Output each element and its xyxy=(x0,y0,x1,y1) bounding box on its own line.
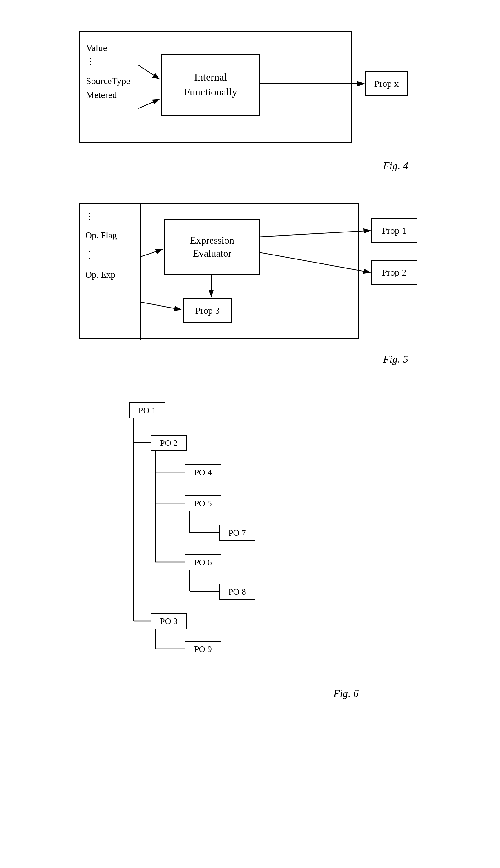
fig4-title: Fig. 4 xyxy=(79,160,421,172)
fig5-evaluator-box: Expression Evaluator xyxy=(190,234,234,260)
fig5-prop1: Prop 1 xyxy=(382,225,406,236)
fig6-po3-node: PO 3 xyxy=(151,613,187,629)
fig6-po7-node: PO 7 xyxy=(219,525,255,541)
fig5-title: Fig. 5 xyxy=(79,354,421,365)
fig6-po5-node: PO 5 xyxy=(185,495,221,511)
fig4-prop-x: Prop x xyxy=(374,79,399,89)
fig5-op-exp: Op. Exp xyxy=(85,267,135,282)
fig6-po2-node: PO 2 xyxy=(151,435,187,451)
fig5-dots2: ⋮ xyxy=(85,248,135,262)
fig4-value-label: Value xyxy=(86,40,133,55)
fig4-source-label: SourceType xyxy=(86,74,133,88)
fig6-diagram: PO 1 PO 2 PO 4 PO 5 PO 7 PO 6 xyxy=(79,396,421,699)
fig4-dots1: ⋮ xyxy=(86,55,133,68)
fig6-po4-node: PO 4 xyxy=(185,464,221,481)
fig5-prop3: Prop 3 xyxy=(195,305,219,316)
fig5-prop2: Prop 2 xyxy=(382,267,406,278)
fig5-dots1: ⋮ xyxy=(85,210,135,224)
page: Value ⋮ SourceType Metered Internal Func… xyxy=(0,0,500,868)
fig4-metered-label: Metered xyxy=(86,88,133,102)
fig5-op-flag: Op. Flag xyxy=(85,228,135,242)
fig4-internal-box: Internal Functionally xyxy=(184,70,237,99)
fig5-diagram: ⋮ Op. Flag ⋮ Op. Exp Expression Evaluato… xyxy=(79,203,421,365)
fig6-po1-node: PO 1 xyxy=(129,402,165,418)
fig6-po8-node: PO 8 xyxy=(219,584,255,600)
fig4-diagram: Value ⋮ SourceType Metered Internal Func… xyxy=(79,31,421,172)
fig6-title: Fig. 6 xyxy=(79,687,421,699)
fig6-po6-node: PO 6 xyxy=(185,554,221,570)
fig6-po9-node: PO 9 xyxy=(185,641,221,657)
